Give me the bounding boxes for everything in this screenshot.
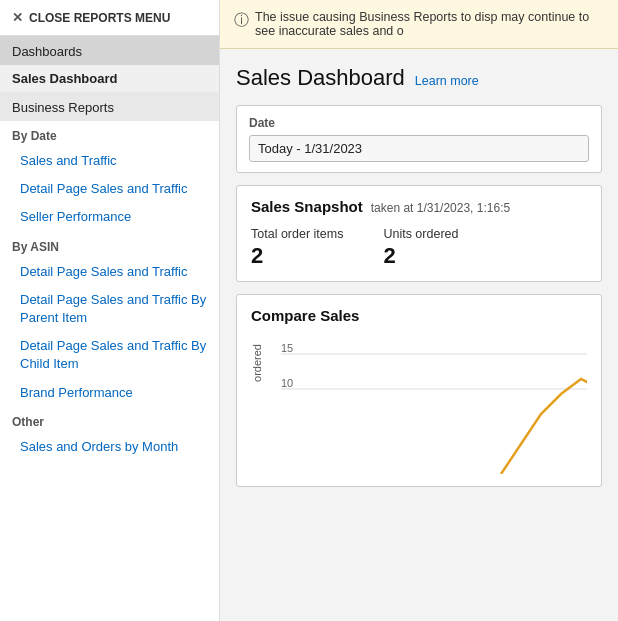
info-icon: ⓘ: [234, 11, 249, 30]
metric-units-ordered-value: 2: [383, 243, 458, 269]
sidebar-section-business-reports[interactable]: Business Reports: [0, 92, 219, 121]
sidebar-link-sales-traffic[interactable]: Sales and Traffic: [0, 147, 219, 175]
sidebar-group-other: Other: [0, 407, 219, 433]
svg-text:15: 15: [281, 342, 293, 354]
sidebar-link-brand-performance[interactable]: Brand Performance: [0, 379, 219, 407]
sidebar-group-by-date: By Date: [0, 121, 219, 147]
metric-total-order-label: Total order items: [251, 227, 343, 241]
learn-more-link[interactable]: Learn more: [415, 74, 479, 88]
close-reports-menu-button[interactable]: ✕ CLOSE REPORTS MENU: [0, 0, 219, 36]
snapshot-metrics: Total order items 2 Units ordered 2: [251, 227, 587, 269]
chart-y-label: ordered: [251, 344, 263, 382]
snapshot-header: Sales Snapshot taken at 1/31/2023, 1:16:…: [251, 198, 587, 215]
chart-svg-wrap: 15 10: [281, 334, 587, 474]
chart-area: ordered 15 10: [251, 334, 587, 474]
sidebar-link-asin-child[interactable]: Detail Page Sales and Traffic By Child I…: [0, 332, 219, 378]
sidebar-item-sales-dashboard[interactable]: Sales Dashboard: [0, 65, 219, 92]
date-value[interactable]: Today - 1/31/2023: [249, 135, 589, 162]
info-banner: ⓘ The issue causing Business Reports to …: [220, 0, 618, 49]
chart-svg: 15 10: [281, 334, 587, 474]
date-section: Date Today - 1/31/2023: [236, 105, 602, 173]
compare-sales-card: Compare Sales ordered 15 10: [236, 294, 602, 487]
metric-total-order: Total order items 2: [251, 227, 343, 269]
svg-text:10: 10: [281, 377, 293, 389]
snapshot-card: Sales Snapshot taken at 1/31/2023, 1:16:…: [236, 185, 602, 282]
metric-units-ordered-label: Units ordered: [383, 227, 458, 241]
page-title: Sales Dashboard: [236, 65, 405, 91]
sidebar-link-seller-performance[interactable]: Seller Performance: [0, 203, 219, 231]
banner-text: The issue causing Business Reports to di…: [255, 10, 604, 38]
sidebar-section-dashboards[interactable]: Dashboards: [0, 36, 219, 65]
date-label: Date: [249, 116, 589, 130]
main-inner: Sales Dashboard Learn more Date Today - …: [220, 49, 618, 621]
metric-units-ordered: Units ordered 2: [383, 227, 458, 269]
compare-sales-title: Compare Sales: [251, 307, 587, 324]
sidebar: ✕ CLOSE REPORTS MENU Dashboards Sales Da…: [0, 0, 220, 621]
sidebar-link-detail-page-sales-traffic[interactable]: Detail Page Sales and Traffic: [0, 175, 219, 203]
snapshot-subtitle: taken at 1/31/2023, 1:16:5: [371, 201, 510, 215]
sidebar-link-sales-orders-month[interactable]: Sales and Orders by Month: [0, 433, 219, 461]
sidebar-link-asin-detail-page[interactable]: Detail Page Sales and Traffic: [0, 258, 219, 286]
close-label: CLOSE REPORTS MENU: [29, 11, 170, 25]
close-icon: ✕: [12, 10, 23, 25]
page-title-row: Sales Dashboard Learn more: [236, 65, 602, 91]
metric-total-order-value: 2: [251, 243, 343, 269]
main-content-area: ⓘ The issue causing Business Reports to …: [220, 0, 618, 621]
sidebar-group-by-asin: By ASIN: [0, 232, 219, 258]
sidebar-link-asin-parent[interactable]: Detail Page Sales and Traffic By Parent …: [0, 286, 219, 332]
snapshot-title: Sales Snapshot: [251, 198, 363, 215]
